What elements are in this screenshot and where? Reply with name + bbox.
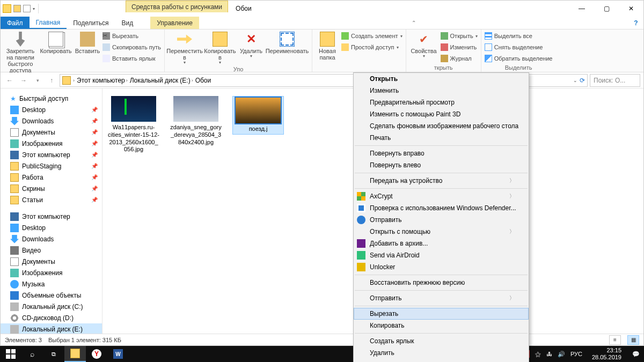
nav-item-documents2[interactable]: Документы [1,256,102,267]
tray-clock[interactable]: 23:15 28.05.2019 [588,347,626,360]
notifications-button[interactable]: 💬 [631,346,641,362]
details-view-button[interactable]: ≡ [609,335,621,345]
refresh-icon[interactable]: ⟳ [580,77,585,84]
breadcrumb-root[interactable]: Этот компьютер› [77,77,128,84]
ctx-shortcut[interactable]: Создать ярлык [354,335,529,347]
tray-language[interactable]: РУС [570,351,582,357]
nav-item-3dobjects[interactable]: Объемные объекты [1,290,102,301]
paste-button[interactable]: Вставить [75,31,100,54]
ctx-edit[interactable]: Изменить [354,85,529,97]
file-item[interactable]: zdaniya_sneg_gory_derevya_28504_3840x240… [170,96,222,146]
ctx-sendto[interactable]: Отправить〉 [354,292,529,304]
tab-share[interactable]: Поделиться [67,17,115,29]
select-none-button[interactable]: Снять выделение [485,42,553,53]
nav-item-drive-c[interactable]: Локальный диск (C:) [1,301,102,312]
ctx-unlocker[interactable]: Unlocker [354,261,529,273]
ctx-print[interactable]: Печать [354,132,529,144]
paste-shortcut-button[interactable]: Вставить ярлык [103,53,161,64]
open-button[interactable]: Открыть▾ [441,31,478,41]
ctx-open[interactable]: Открыть [354,73,529,85]
nav-quick-access[interactable]: ★Быстрый доступ [1,93,102,104]
maximize-button[interactable]: ▢ [594,1,619,17]
copy-to-button[interactable]: Копировать в▾ [203,31,237,65]
ctx-axcrypt[interactable]: AxCrypt〉 [354,190,529,202]
new-item-button[interactable]: Создать элемент▾ [341,31,402,41]
ctx-cut[interactable]: Вырезать [354,308,529,320]
taskbar-explorer[interactable] [64,346,86,362]
tab-view[interactable]: Вид [115,17,140,29]
nav-item-publicstaging[interactable]: PublicStaging📌 [1,160,102,172]
nav-item-thispc[interactable]: Этот компьютер📌 [1,149,102,160]
ctx-archive[interactable]: Добавить в архив... [354,238,529,249]
ctx-share[interactable]: Отправить [354,214,529,226]
breadcrumb-folder[interactable]: Обои [195,77,211,84]
tab-home[interactable]: Главная [30,17,67,29]
ctx-paint3d[interactable]: Изменить с помощью Paint 3D [354,108,529,120]
taskbar-word[interactable]: W [107,346,129,362]
file-item[interactable]: Wa11papers.ru-cities_winter-15-12-2013_2… [108,96,159,153]
edit-button[interactable]: Изменить [441,42,478,53]
nav-item-desktop2[interactable]: Desktop [1,222,102,233]
ctx-airdroid[interactable]: Send via AirDroid [354,249,529,261]
qat-item[interactable] [13,5,21,12]
ctx-rotate-right[interactable]: Повернуть вправо [354,147,529,159]
ctx-preview[interactable]: Предварительный просмотр [354,97,529,108]
copy-path-button[interactable]: Скопировать путь [103,42,161,53]
minimize-button[interactable]: — [569,1,594,17]
tab-manage[interactable]: Управление [150,17,199,29]
close-button[interactable]: ✕ [619,1,643,17]
nav-item-documents[interactable]: Документы📌 [1,127,102,138]
nav-item-downloads2[interactable]: Downloads [1,233,102,245]
address-dropdown-icon[interactable]: ⌄ [573,78,577,83]
ctx-defender[interactable]: Проверка с использованием Windows Defend… [354,202,529,214]
nav-item-screens[interactable]: Скрины📌 [1,183,102,194]
nav-item-drive-e[interactable]: Локальный диск (E:) [1,323,102,334]
back-button[interactable]: ← [4,75,16,86]
delete-button[interactable]: ✕Удалить▾ [239,31,264,59]
up-button[interactable]: ↑ [46,75,57,86]
ctx-rotate-left[interactable]: Повернуть влево [354,159,529,171]
forward-button[interactable]: → [18,75,30,86]
nav-item-downloads[interactable]: Downloads📌 [1,115,102,127]
ctx-delete[interactable]: Удалить [354,347,529,359]
invert-selection-button[interactable]: Обратить выделение [485,53,553,64]
task-view-button[interactable]: ⧉ [43,346,64,362]
tray-volume-icon[interactable]: 🔊 [558,351,565,358]
history-button[interactable]: Журнал [441,53,478,64]
rename-button[interactable]: Переименовать [266,31,309,54]
file-item-selected[interactable]: поезд.j [232,96,284,135]
recent-locations-icon[interactable]: ▾ [32,75,43,86]
breadcrumb-drive[interactable]: Локальный диск (E:)› [130,77,193,84]
tab-file[interactable]: Файл [1,17,30,29]
properties-button[interactable]: ✔Свойства▾ [409,31,438,59]
nav-item-cdrom[interactable]: CD-дисковод (D:) [1,312,102,323]
easy-access-button[interactable]: Простой доступ▾ [341,42,402,53]
search-button[interactable]: ⌕ [21,346,43,362]
ribbon-collapse-icon[interactable]: ⌃ [405,17,422,29]
ctx-rename[interactable]: Переименовать [354,359,529,362]
taskbar-yandex[interactable]: Y [86,346,107,362]
help-icon[interactable]: ? [628,17,643,29]
pin-quickaccess-button[interactable]: Закрепить на панели быстрого доступа [4,31,37,73]
new-folder-button[interactable]: Новая папка [316,31,339,61]
start-button[interactable] [0,346,21,362]
ctx-copy[interactable]: Копировать [354,320,529,331]
nav-item-work[interactable]: Работа📌 [1,172,102,183]
nav-item-desktop[interactable]: Desktop📌 [1,104,102,115]
ctx-cast[interactable]: Передать на устройство〉 [354,175,529,187]
nav-item-pictures[interactable]: Изображения📌 [1,138,102,149]
nav-item-pictures2[interactable]: Изображения [1,267,102,278]
cut-button[interactable]: ✂Вырезать [103,31,161,41]
tray-wifi-icon[interactable]: ⚝ [535,351,541,358]
qat-dropdown-icon[interactable]: ▾ [33,6,35,11]
nav-item-music[interactable]: Музыка [1,278,102,290]
copy-button[interactable]: Копировать [39,31,72,54]
icons-view-button[interactable]: ▦ [627,335,639,345]
nav-this-pc[interactable]: Этот компьютер [1,211,102,222]
tray-network-icon[interactable]: 🖧 [546,351,552,357]
select-all-button[interactable]: Выделить все [485,31,553,41]
nav-item-video[interactable]: Видео [1,245,102,256]
content-pane[interactable]: Wa11papers.ru-cities_winter-15-12-2013_2… [103,88,643,334]
qat-item[interactable] [23,5,31,12]
ctx-restore-version[interactable]: Восстановить прежнюю версию [354,277,529,289]
